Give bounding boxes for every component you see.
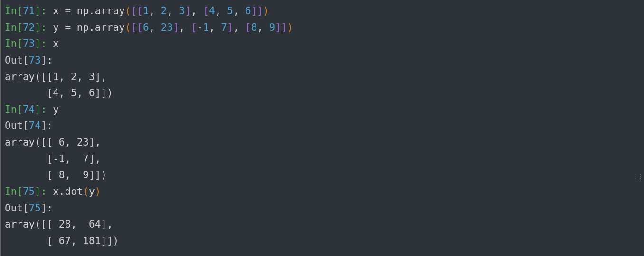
paren-close: ) [287, 22, 294, 33]
paren-close: ) [263, 5, 269, 17]
in-prompt-label: In [5, 186, 17, 197]
output-prompt-75: Out[75]: [5, 200, 644, 217]
comma: , [209, 22, 221, 33]
out-prompt-label: Out [5, 55, 23, 66]
code-segment: x = np.array [53, 5, 125, 17]
space [47, 186, 53, 197]
in-prompt-lbracket: [ [17, 186, 23, 197]
number-literal: 6 [143, 22, 149, 33]
number-literal: 6 [245, 5, 251, 17]
bracket: [[ [131, 22, 143, 33]
in-prompt-lbracket: [ [17, 104, 23, 115]
comma: , [233, 22, 245, 33]
out-prompt-lbracket: [ [23, 120, 29, 131]
input-line-75[interactable]: In[75]: x.dot(y) [5, 183, 644, 200]
paren-close: ) [95, 186, 101, 197]
number-literal: 4 [209, 5, 215, 17]
out-prompt-rbracket: ] [41, 55, 47, 66]
space [47, 104, 53, 115]
prompt-colon: : [41, 5, 47, 17]
resize-handle-icon[interactable]: ⋮⋮⋮⋮⋮⋮ [633, 175, 643, 181]
output-line: [ 67, 181]]) [5, 233, 644, 249]
prompt-number: 71 [23, 5, 35, 17]
number-literal: 8 [251, 22, 257, 33]
ipython-console[interactable]: In[71]: x = np.array([[1, 2, 3], [4, 5, … [0, 0, 644, 256]
in-prompt-lbracket: [ [17, 5, 23, 17]
number-literal: 9 [269, 22, 275, 33]
in-prompt-label: In [5, 22, 17, 33]
prompt-colon: : [47, 55, 53, 66]
output-line: array([[ 28, 64], [5, 216, 644, 233]
space [47, 22, 53, 33]
prompt-colon: : [47, 202, 53, 214]
input-line-74[interactable]: In[74]: y [5, 101, 644, 118]
code-segment: y = np.array [53, 22, 125, 33]
input-line-73[interactable]: In[73]: x [5, 36, 644, 52]
out-prompt-lbracket: [ [23, 55, 29, 66]
in-prompt-rbracket: ] [35, 22, 41, 33]
prompt-number: 72 [23, 22, 35, 33]
input-line-72[interactable]: In[72]: y = np.array([[6, 23], [-1, 7], … [5, 19, 644, 36]
comma: , [233, 5, 245, 17]
number-literal: 3 [179, 5, 185, 17]
in-prompt-rbracket: ] [35, 186, 41, 197]
code-segment: x.dot [53, 186, 83, 197]
input-line-71[interactable]: In[71]: x = np.array([[1, 2, 3], [4, 5, … [5, 3, 644, 19]
paren-open: ( [83, 186, 89, 197]
code-segment: y [89, 186, 95, 197]
paren-open: ( [125, 22, 131, 33]
in-prompt-label: In [5, 38, 17, 49]
bracket: ]] [275, 22, 287, 33]
number-literal: 2 [161, 5, 167, 17]
prompt-number: 73 [23, 38, 35, 49]
bracket: ] [227, 22, 233, 33]
in-prompt-label: In [5, 5, 17, 17]
minus-sign: - [197, 22, 203, 33]
bracket: ] [173, 22, 179, 33]
in-prompt-lbracket: [ [17, 22, 23, 33]
prompt-colon: : [41, 186, 47, 197]
prompt-colon: : [41, 104, 47, 115]
prompt-number: 75 [23, 186, 35, 197]
bracket: ] [185, 5, 191, 17]
comma: , [191, 5, 203, 17]
output-line: array([[ 6, 23], [5, 134, 644, 151]
comma: , [149, 5, 161, 17]
number-literal: 23 [161, 22, 173, 33]
space [47, 5, 53, 17]
code-segment: x [53, 38, 59, 49]
in-prompt-rbracket: ] [35, 38, 41, 49]
comma: , [167, 5, 179, 17]
comma: , [149, 22, 161, 33]
output-line: [-1, 7], [5, 151, 644, 167]
comma: , [179, 22, 191, 33]
prompt-colon: : [41, 22, 47, 33]
out-prompt-label: Out [5, 120, 23, 131]
output-prompt-74: Out[74]: [5, 118, 644, 134]
prompt-colon: : [47, 120, 53, 131]
bracket: [ [245, 22, 251, 33]
space [47, 38, 53, 49]
prompt-number: 74 [23, 104, 35, 115]
bracket: [ [191, 22, 197, 33]
comma: , [215, 5, 227, 17]
output-prompt-73: Out[73]: [5, 52, 644, 69]
in-prompt-label: In [5, 104, 17, 115]
number-literal: 5 [227, 5, 233, 17]
out-prompt-label: Out [5, 202, 23, 214]
in-prompt-rbracket: ] [35, 104, 41, 115]
output-line: array([[1, 2, 3], [5, 69, 644, 85]
code-segment: y [53, 104, 59, 115]
prompt-number: 74 [29, 120, 41, 131]
in-prompt-lbracket: [ [17, 38, 23, 49]
output-line: [4, 5, 6]]) [5, 85, 644, 101]
output-line: [ 8, 9]]) [5, 167, 644, 183]
number-literal: 1 [203, 22, 209, 33]
out-prompt-rbracket: ] [41, 202, 47, 214]
bracket: ]] [251, 5, 263, 17]
prompt-number: 73 [29, 55, 41, 66]
comma: , [257, 22, 269, 33]
number-literal: 1 [143, 5, 149, 17]
paren-open: ( [125, 5, 131, 17]
out-prompt-rbracket: ] [41, 120, 47, 131]
